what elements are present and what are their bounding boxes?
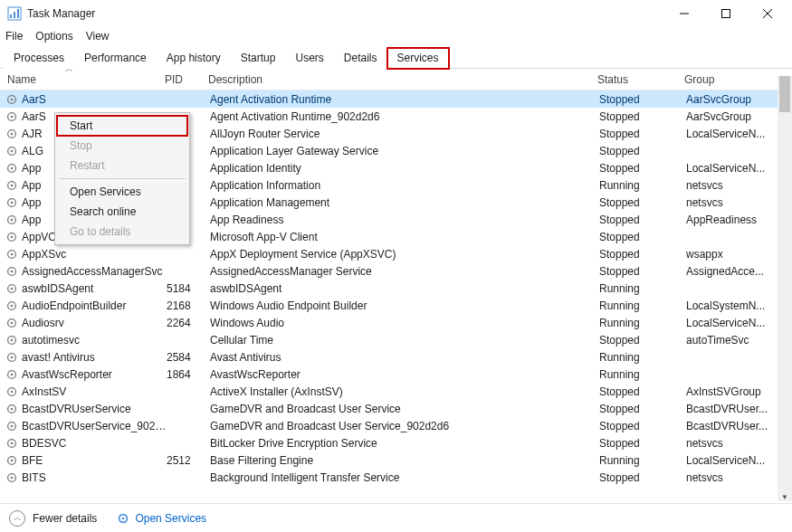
table-row[interactable]: AssignedAccessManagerSvcAssignedAccessMa…	[0, 262, 792, 280]
titlebar: Task Manager	[0, 0, 792, 27]
cell-pid: 2584	[167, 351, 210, 364]
vertical-scrollbar[interactable]: ▲ ▼	[778, 76, 792, 501]
menu-view[interactable]: View	[86, 30, 110, 43]
svg-point-9	[11, 98, 14, 100]
cell-name: BFE	[22, 454, 167, 467]
col-header-name[interactable]: Name	[5, 73, 165, 86]
svg-point-29	[11, 270, 14, 272]
cell-group: BcastDVRUser...	[686, 420, 769, 432]
table-row[interactable]: BITSBackground Intelligent Transfer Serv…	[0, 469, 792, 486]
menu-options[interactable]: Options	[35, 30, 72, 43]
cell-group: AssignedAcce...	[686, 265, 769, 278]
cell-status: Stopped	[599, 471, 686, 484]
cell-description: AssignedAccessManager Service	[210, 265, 599, 278]
col-header-description[interactable]: Description	[208, 73, 597, 86]
svg-point-45	[11, 407, 14, 410]
cell-group: LocalSystemN...	[686, 299, 769, 312]
ctx-start[interactable]: Start	[57, 116, 187, 136]
gear-icon	[5, 145, 18, 157]
maximize-button[interactable]	[705, 0, 747, 27]
table-row[interactable]: AudioEndpointBuilder2168Windows Audio En…	[0, 297, 792, 314]
gear-icon	[5, 368, 18, 381]
close-button[interactable]	[747, 0, 788, 27]
cell-group: wsappx	[686, 248, 769, 261]
table-row[interactable]: AarSAgent Activation RuntimeStoppedAarSv…	[0, 90, 792, 108]
svg-point-51	[11, 459, 14, 461]
cell-group: netsvcs	[686, 179, 769, 192]
fewer-details-button[interactable]: ︿ Fewer details	[9, 510, 97, 527]
svg-point-55	[122, 517, 125, 519]
task-manager-icon	[7, 6, 22, 21]
cell-status: Stopped	[599, 420, 686, 432]
table-row[interactable]: BFE2512Base Filtering EngineRunningLocal…	[0, 451, 792, 469]
gear-icon	[5, 437, 18, 450]
cell-group: LocalServiceN...	[686, 454, 769, 467]
table-row[interactable]: autotimesvcCellular TimeStoppedautoTimeS…	[0, 331, 792, 348]
gear-icon	[5, 231, 18, 243]
table-row[interactable]: avast! Antivirus2584Avast AntivirusRunni…	[0, 348, 792, 366]
cell-description: Application Layer Gateway Service	[210, 145, 599, 157]
ctx-stop: Stop	[57, 136, 187, 156]
cell-description: Cellular Time	[210, 334, 599, 347]
cell-group: LocalServiceN...	[686, 162, 769, 175]
cell-description: ActiveX Installer (AxInstSV)	[210, 385, 599, 398]
cell-description: GameDVR and Broadcast User Service	[210, 403, 599, 415]
table-row[interactable]: Audiosrv2264Windows AudioRunningLocalSer…	[0, 314, 792, 331]
ctx-go-to-details: Go to details	[57, 222, 187, 242]
menu-file[interactable]: File	[5, 30, 23, 43]
cell-group: autoTimeSvc	[686, 334, 769, 347]
minimize-button[interactable]	[663, 0, 705, 27]
table-row[interactable]: AxInstSVActiveX Installer (AxInstSV)Stop…	[0, 383, 792, 400]
gear-icon	[5, 317, 18, 329]
svg-rect-2	[14, 12, 15, 18]
cell-pid: 2168	[167, 299, 210, 312]
col-header-status[interactable]: Status	[597, 73, 684, 86]
cell-status: Stopped	[599, 385, 686, 398]
gear-icon	[5, 214, 18, 226]
scroll-down-icon[interactable]: ▼	[778, 492, 792, 501]
cell-description: Microsoft App-V Client	[210, 231, 599, 243]
svg-point-17	[11, 166, 14, 169]
table-row[interactable]: BcastDVRUserServiceGameDVR and Broadcast…	[0, 400, 792, 417]
cell-group: LocalServiceN...	[686, 128, 769, 140]
svg-rect-3	[17, 9, 19, 18]
svg-rect-1	[10, 14, 12, 18]
cell-name: BcastDVRUserService	[22, 403, 167, 415]
cell-group: AxInstSVGroup	[686, 385, 769, 398]
ctx-open-services[interactable]: Open Services	[57, 182, 187, 202]
scroll-thumb[interactable]	[779, 76, 790, 112]
col-header-pid[interactable]: PID	[165, 73, 208, 86]
tab-startup[interactable]: Startup	[231, 48, 286, 69]
ctx-separator-1	[59, 178, 186, 179]
open-services-link[interactable]: Open Services	[117, 512, 206, 525]
tabbar: Processes Performance App history Startu…	[0, 47, 792, 69]
table-row[interactable]: AppXSvcAppX Deployment Service (AppXSVC)…	[0, 245, 792, 262]
tab-performance[interactable]: Performance	[74, 48, 157, 69]
cell-name: AppXSvc	[22, 248, 167, 261]
gear-icon	[5, 351, 18, 364]
table-row[interactable]: BDESVCBitLocker Drive Encryption Service…	[0, 434, 792, 451]
tab-services[interactable]: Services	[387, 48, 449, 69]
tab-users[interactable]: Users	[285, 48, 333, 69]
cell-description: BitLocker Drive Encryption Service	[210, 437, 599, 450]
tab-processes[interactable]: Processes	[4, 48, 74, 69]
tab-app-history[interactable]: App history	[157, 48, 231, 69]
ctx-search-online[interactable]: Search online	[57, 202, 187, 222]
svg-point-37	[11, 338, 14, 341]
cell-name: autotimesvc	[22, 334, 167, 347]
svg-point-49	[11, 442, 14, 444]
cell-description: Avast Antivirus	[210, 351, 599, 364]
table-row[interactable]: BcastDVRUserService_902d...GameDVR and B…	[0, 417, 792, 434]
table-row[interactable]: aswbIDSAgent5184aswbIDSAgentRunning	[0, 280, 792, 297]
cell-status: Stopped	[599, 145, 686, 157]
gear-icon	[5, 403, 18, 415]
svg-point-31	[11, 287, 14, 290]
tab-details[interactable]: Details	[334, 48, 387, 69]
cell-description: Windows Audio Endpoint Builder	[210, 299, 599, 312]
svg-point-39	[11, 356, 14, 358]
col-header-group[interactable]: Group	[684, 73, 768, 86]
cell-status: Stopped	[599, 231, 686, 243]
table-row[interactable]: AvastWscReporter1864AvastWscReporterRunn…	[0, 366, 792, 383]
gear-icon	[5, 334, 18, 347]
cell-description: Background Intelligent Transfer Service	[210, 471, 599, 484]
